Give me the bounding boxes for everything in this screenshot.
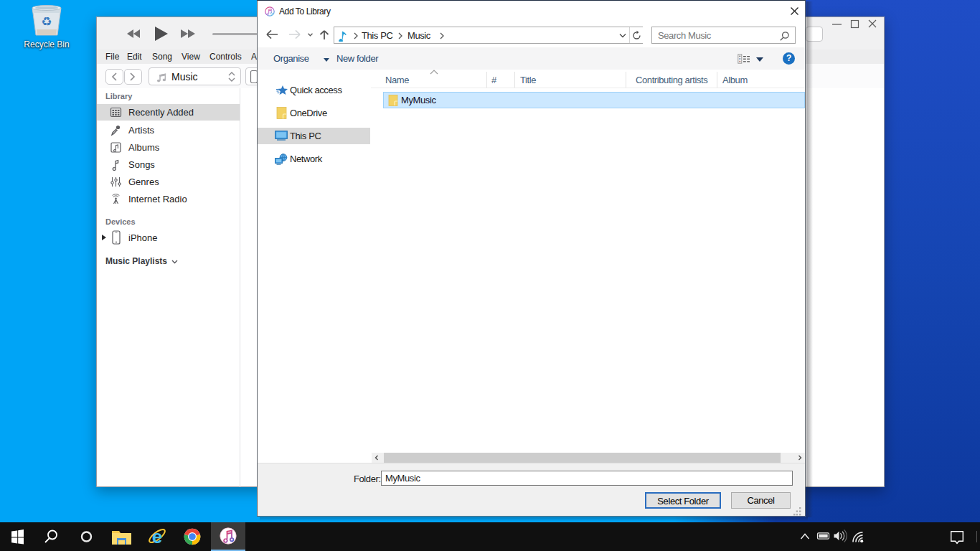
svg-text:♻: ♻ [41,15,52,29]
svg-text:e: e [152,526,162,547]
